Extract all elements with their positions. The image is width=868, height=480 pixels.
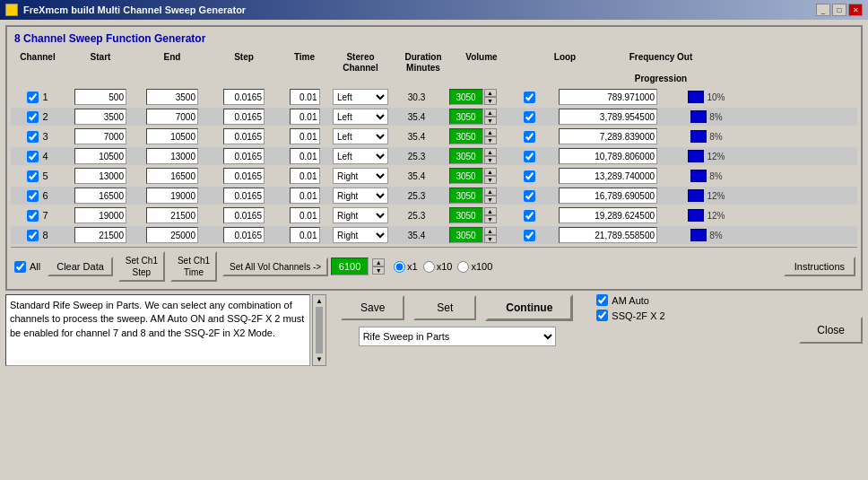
channel-checkbox-5[interactable] bbox=[27, 170, 39, 182]
vol-down-1[interactable]: ▼ bbox=[484, 97, 497, 105]
save-button[interactable]: Save bbox=[341, 295, 404, 320]
am-auto-label[interactable]: AM Auto bbox=[596, 294, 664, 306]
vol-down-2[interactable]: ▼ bbox=[484, 117, 497, 125]
freq-input-1[interactable] bbox=[559, 89, 657, 105]
maximize-button[interactable]: □ bbox=[832, 4, 846, 16]
vol-down-8[interactable]: ▼ bbox=[484, 235, 497, 243]
time-input-4[interactable] bbox=[290, 148, 320, 164]
x1-radio-label[interactable]: x1 bbox=[394, 261, 418, 273]
step-input-7[interactable] bbox=[223, 207, 265, 223]
vol-up-4[interactable]: ▲ bbox=[484, 148, 497, 156]
stereo-select-2[interactable]: LeftRight bbox=[333, 109, 388, 125]
end-input-4[interactable] bbox=[146, 148, 198, 164]
time-input-6[interactable] bbox=[290, 188, 320, 204]
set-button[interactable]: Set bbox=[413, 295, 476, 320]
continue-button[interactable]: Continue bbox=[485, 294, 573, 321]
freq-input-5[interactable] bbox=[559, 168, 657, 184]
freq-input-4[interactable] bbox=[559, 148, 657, 164]
freq-input-8[interactable] bbox=[559, 227, 657, 243]
end-input-6[interactable] bbox=[146, 188, 198, 204]
channel-checkbox-6[interactable] bbox=[27, 190, 39, 202]
time-input-3[interactable] bbox=[290, 128, 320, 144]
vol-up-1[interactable]: ▲ bbox=[484, 89, 497, 97]
vol-down-6[interactable]: ▼ bbox=[484, 196, 497, 204]
end-input-1[interactable] bbox=[146, 89, 198, 105]
close-button-lower[interactable]: Close bbox=[799, 317, 863, 344]
clear-data-button[interactable]: Clear Data bbox=[48, 257, 113, 276]
vol-up-6[interactable]: ▲ bbox=[484, 188, 497, 196]
step-input-5[interactable] bbox=[223, 168, 265, 184]
end-input-5[interactable] bbox=[146, 168, 198, 184]
set-ch1-step-button[interactable]: Set Ch1Step bbox=[118, 251, 165, 282]
loop-checkbox-4[interactable] bbox=[524, 151, 535, 162]
vol-up-5[interactable]: ▲ bbox=[484, 168, 497, 176]
instructions-button[interactable]: Instructions bbox=[784, 257, 855, 276]
vol-up-3[interactable]: ▲ bbox=[484, 128, 497, 136]
time-input-7[interactable] bbox=[290, 207, 320, 223]
stereo-select-7[interactable]: LeftRight bbox=[333, 207, 388, 223]
time-input-5[interactable] bbox=[290, 168, 320, 184]
set-all-vol-button[interactable]: Set All Vol Channels -> bbox=[222, 257, 328, 276]
loop-checkbox-2[interactable] bbox=[524, 111, 535, 123]
vol-down-4[interactable]: ▼ bbox=[484, 156, 497, 164]
start-input-6[interactable] bbox=[74, 188, 126, 204]
vol-up-2[interactable]: ▲ bbox=[484, 109, 497, 117]
end-input-8[interactable] bbox=[146, 227, 198, 243]
x100-radio-label[interactable]: x100 bbox=[457, 261, 492, 273]
step-input-6[interactable] bbox=[223, 188, 265, 204]
step-input-1[interactable] bbox=[223, 89, 265, 105]
stereo-select-6[interactable]: LeftRight bbox=[333, 188, 388, 204]
freq-input-3[interactable] bbox=[559, 128, 657, 144]
loop-checkbox-3[interactable] bbox=[524, 131, 535, 143]
x10-radio-label[interactable]: x10 bbox=[423, 261, 453, 273]
step-input-4[interactable] bbox=[223, 148, 265, 164]
ssq-checkbox[interactable] bbox=[596, 310, 608, 321]
start-input-1[interactable] bbox=[74, 89, 126, 105]
stereo-select-5[interactable]: LeftRight bbox=[333, 168, 388, 184]
channel-checkbox-3[interactable] bbox=[27, 131, 39, 143]
vol-down-7[interactable]: ▼ bbox=[484, 215, 497, 223]
stereo-select-3[interactable]: LeftRight bbox=[333, 128, 388, 144]
vol-up-8[interactable]: ▲ bbox=[484, 227, 497, 235]
minimize-button[interactable]: _ bbox=[816, 4, 830, 16]
loop-checkbox-5[interactable] bbox=[524, 170, 535, 182]
time-input-1[interactable] bbox=[290, 89, 320, 105]
preset-select[interactable]: Rife Sweep in Parts bbox=[359, 327, 556, 346]
channel-checkbox-2[interactable] bbox=[27, 111, 39, 123]
vol-down-3[interactable]: ▼ bbox=[484, 136, 497, 144]
freq-input-7[interactable] bbox=[559, 207, 657, 223]
time-input-2[interactable] bbox=[290, 109, 320, 125]
channel-checkbox-7[interactable] bbox=[27, 210, 39, 222]
start-input-5[interactable] bbox=[74, 168, 126, 184]
vol-down-5[interactable]: ▼ bbox=[484, 176, 497, 184]
stereo-select-4[interactable]: LeftRight bbox=[333, 148, 388, 164]
stereo-select-1[interactable]: LeftRight bbox=[333, 89, 388, 105]
start-input-7[interactable] bbox=[74, 207, 126, 223]
set-ch1-time-button[interactable]: Set Ch1Time bbox=[170, 251, 217, 282]
freq-input-6[interactable] bbox=[559, 188, 657, 204]
start-input-3[interactable] bbox=[74, 128, 126, 144]
ssq-label[interactable]: SSQ-2F X 2 bbox=[596, 310, 664, 321]
time-input-8[interactable] bbox=[290, 227, 320, 243]
step-input-3[interactable] bbox=[223, 128, 265, 144]
start-input-4[interactable] bbox=[74, 148, 126, 164]
start-input-8[interactable] bbox=[74, 227, 126, 243]
channel-checkbox-1[interactable] bbox=[27, 92, 39, 103]
channel-checkbox-4[interactable] bbox=[27, 151, 39, 162]
am-auto-checkbox[interactable] bbox=[596, 294, 608, 306]
stereo-select-8[interactable]: LeftRight bbox=[333, 227, 388, 243]
end-input-2[interactable] bbox=[146, 109, 198, 125]
vol-up-7[interactable]: ▲ bbox=[484, 207, 497, 215]
x1-radio[interactable] bbox=[394, 261, 405, 273]
loop-checkbox-7[interactable] bbox=[524, 210, 535, 222]
vol-all-up-button[interactable]: ▲ bbox=[372, 258, 385, 266]
end-input-3[interactable] bbox=[146, 128, 198, 144]
all-checkbox[interactable] bbox=[14, 261, 26, 273]
loop-checkbox-8[interactable] bbox=[524, 230, 535, 241]
freq-input-2[interactable] bbox=[559, 109, 657, 125]
start-input-2[interactable] bbox=[74, 109, 126, 125]
x100-radio[interactable] bbox=[457, 261, 469, 273]
close-button[interactable]: ✕ bbox=[848, 4, 863, 16]
step-input-8[interactable] bbox=[223, 227, 265, 243]
loop-checkbox-1[interactable] bbox=[524, 92, 535, 103]
